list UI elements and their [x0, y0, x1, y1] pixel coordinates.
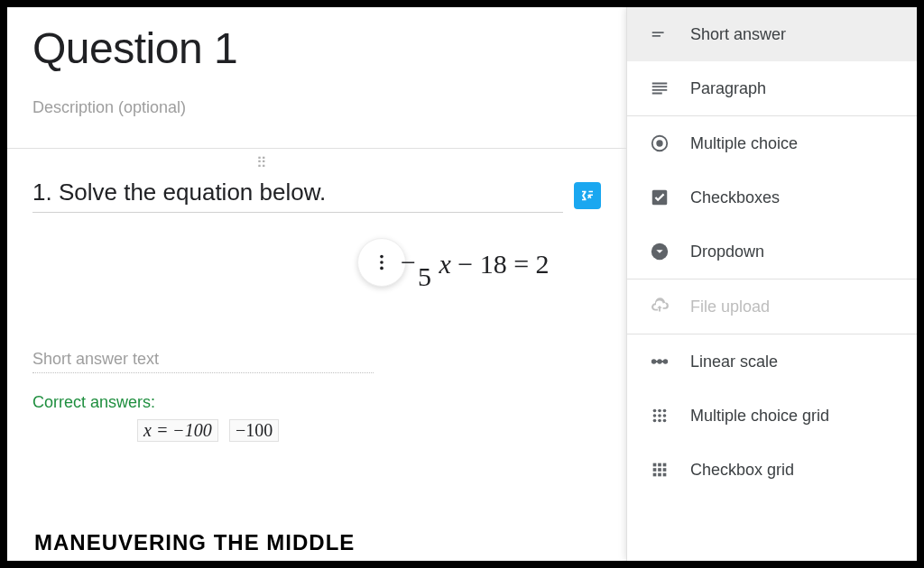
question-editor-panel: Question 1 Description (optional) ⠿ 1. S… — [7, 7, 626, 561]
correct-answers-label: Correct answers: — [32, 393, 601, 412]
drag-handle-icon[interactable]: ⠿ — [7, 149, 547, 173]
more-options-button[interactable] — [357, 238, 406, 287]
type-option-label: Multiple choice — [690, 134, 798, 153]
question-type-dropdown[interactable]: Short answer Paragraph Multiple choice C… — [626, 7, 917, 561]
type-option-short-answer[interactable]: Short answer — [627, 7, 917, 61]
short-answer-icon — [649, 23, 670, 45]
page-description[interactable]: Description (optional) — [32, 98, 601, 117]
svg-point-1 — [380, 261, 383, 264]
watermark-text: MANEUVERING THE MIDDLE — [34, 530, 355, 555]
type-option-label: Short answer — [690, 25, 786, 44]
type-option-dropdown[interactable]: Dropdown — [627, 224, 917, 279]
type-option-label: File upload — [690, 298, 770, 316]
type-option-label: Paragraph — [690, 79, 766, 98]
type-option-checkboxes[interactable]: Checkboxes — [627, 170, 917, 224]
dropdown-icon — [649, 241, 670, 262]
svg-rect-21 — [658, 463, 661, 467]
svg-rect-22 — [663, 463, 667, 467]
svg-point-0 — [380, 255, 383, 259]
short-answer-placeholder[interactable]: Short answer text — [32, 350, 374, 373]
svg-point-4 — [656, 140, 662, 146]
radio-icon — [649, 133, 670, 154]
svg-point-19 — [663, 419, 667, 423]
correct-answers-row: x = −100 −100 — [137, 419, 601, 442]
svg-rect-24 — [658, 468, 661, 472]
type-option-linear-scale[interactable]: Linear scale — [627, 334, 917, 389]
app-frame: Question 1 Description (optional) ⠿ 1. S… — [7, 7, 917, 561]
equation-editor-badge[interactable] — [574, 182, 601, 209]
checkbox-icon — [649, 187, 670, 208]
svg-rect-25 — [663, 468, 667, 472]
svg-rect-28 — [663, 473, 667, 477]
type-option-label: Linear scale — [690, 353, 778, 371]
type-option-label: Dropdown — [690, 243, 764, 261]
equation-area: −5 x − 18 = 2 — [32, 233, 601, 314]
question-row: 1. Solve the equation below. — [32, 179, 601, 213]
svg-point-17 — [653, 419, 657, 423]
svg-point-13 — [663, 409, 667, 413]
type-option-label: Multiple choice grid — [690, 407, 829, 426]
svg-rect-26 — [653, 473, 657, 477]
svg-rect-23 — [653, 468, 657, 472]
svg-point-15 — [658, 414, 661, 417]
svg-rect-27 — [658, 473, 661, 477]
svg-point-2 — [380, 267, 383, 270]
type-option-file-upload: File upload — [627, 279, 917, 334]
svg-point-12 — [658, 409, 661, 413]
linear-scale-icon — [649, 351, 670, 372]
cloud-upload-icon — [649, 296, 670, 317]
type-option-label: Checkboxes — [690, 188, 780, 207]
question-text-input[interactable]: 1. Solve the equation below. — [32, 179, 563, 213]
svg-point-11 — [653, 409, 657, 413]
correct-answer-1[interactable]: x = −100 — [137, 419, 218, 442]
svg-point-14 — [653, 414, 657, 417]
svg-rect-10 — [654, 361, 666, 362]
type-option-multiple-choice-grid[interactable]: Multiple choice grid — [627, 389, 917, 443]
type-option-multiple-choice[interactable]: Multiple choice — [627, 116, 917, 170]
correct-answer-2[interactable]: −100 — [229, 419, 279, 442]
svg-rect-20 — [653, 463, 657, 467]
paragraph-icon — [649, 78, 670, 99]
dot-grid-icon — [649, 405, 670, 426]
type-option-paragraph[interactable]: Paragraph — [627, 61, 917, 115]
equation-display[interactable]: −5 x − 18 = 2 — [402, 249, 550, 279]
square-grid-icon — [649, 459, 670, 481]
page-title[interactable]: Question 1 — [32, 23, 601, 73]
svg-point-16 — [663, 414, 667, 417]
more-vert-icon — [372, 252, 392, 272]
equation-icon — [579, 188, 596, 204]
type-option-label: Checkbox grid — [690, 461, 794, 480]
type-option-checkbox-grid[interactable]: Checkbox grid — [627, 443, 917, 497]
svg-point-18 — [658, 419, 661, 423]
